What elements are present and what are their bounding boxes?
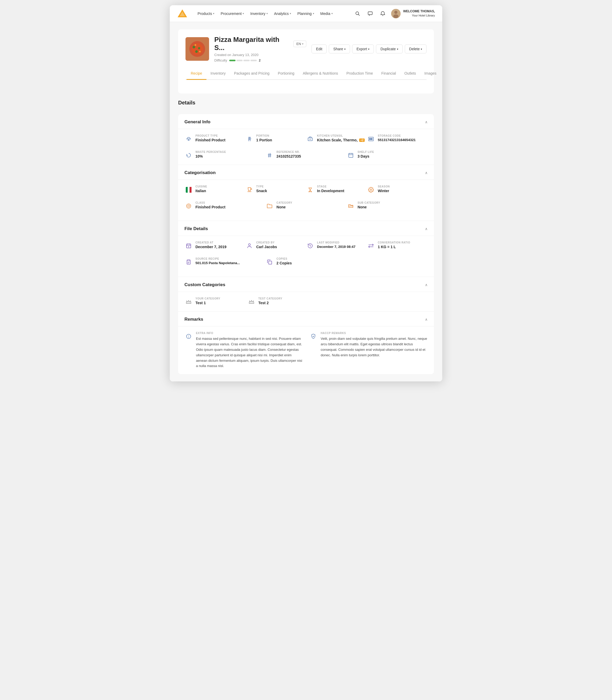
header-actions: Edit Share ▾ Export ▾ Duplicate ▾ Delet bbox=[311, 44, 427, 53]
share-button[interactable]: Share ▾ bbox=[329, 44, 350, 53]
edit-button[interactable]: Edit bbox=[311, 44, 327, 53]
svg-point-12 bbox=[198, 47, 200, 49]
tab-production[interactable]: Production Time bbox=[342, 68, 377, 80]
field-product-type: PRODUCT TYPE Finished Product bbox=[184, 134, 245, 143]
nav-analytics[interactable]: Analytics ▾ bbox=[272, 10, 294, 18]
created-by-value: Carl Jacobs bbox=[256, 245, 277, 249]
chat-icon-btn[interactable] bbox=[366, 10, 374, 18]
tab-recipe[interactable]: Recipe bbox=[186, 68, 206, 80]
difficulty-label: Difficulty bbox=[214, 58, 227, 62]
field-storage-code: STORAGE CODE 55131743213164654321 bbox=[367, 134, 428, 143]
field-portion: PORTION 1 Portion bbox=[245, 134, 306, 143]
tab-inventory[interactable]: Inventory bbox=[206, 68, 230, 80]
welcome-text: WELCOME THOMAS, bbox=[403, 9, 435, 14]
tab-outlets[interactable]: Outlets bbox=[400, 68, 420, 80]
haccp-label: HACCP REMARKS bbox=[321, 332, 428, 334]
hash-icon bbox=[265, 151, 274, 159]
remarks-grid: EXTRA INFO Est massa sed pellentesque nu… bbox=[178, 326, 434, 374]
nav-inventory[interactable]: Inventory ▾ bbox=[248, 10, 270, 18]
nav-media[interactable]: Media ▾ bbox=[318, 10, 335, 18]
cuisine-value: Italian bbox=[195, 189, 207, 193]
navbar: Products ▾ Procurement ▾ Inventory ▾ Ana… bbox=[170, 5, 442, 22]
field-conversion-ratio: CONVERSATION RATIO 1 KG = 1 L bbox=[367, 241, 428, 250]
stage-value: In Development bbox=[317, 189, 344, 193]
duplicate-button[interactable]: Duplicate ▾ bbox=[376, 44, 402, 53]
info-icon bbox=[184, 332, 193, 341]
svg-point-10 bbox=[192, 43, 203, 55]
details-title: Details bbox=[178, 100, 434, 111]
duplicate-label: Duplicate bbox=[380, 47, 395, 51]
reference-value: 241025127335 bbox=[276, 154, 301, 158]
svg-point-14 bbox=[195, 44, 196, 46]
custom-cat-2: TEST CATEGORY Test 2 bbox=[247, 297, 305, 306]
custom-categories-grid: YOUR CATEGORY Test 1 TEST CATEGORY Test … bbox=[178, 292, 434, 311]
svg-point-50 bbox=[187, 205, 190, 207]
delete-label: Delete bbox=[409, 47, 420, 51]
svg-rect-52 bbox=[186, 244, 191, 248]
dome-icon bbox=[184, 135, 193, 143]
nav-procurement[interactable]: Procurement ▾ bbox=[218, 10, 247, 18]
custom-cat-1-value: Test 1 bbox=[195, 301, 220, 305]
custom-cat-1: YOUR CATEGORY Test 1 bbox=[184, 297, 242, 306]
created-at-value: December 7, 2019 bbox=[195, 245, 226, 249]
general-info-title: General Info bbox=[184, 119, 210, 125]
lang-selector[interactable]: EN ▾ bbox=[293, 41, 306, 47]
user-section: WELCOME THOMAS, Your Hotel Library bbox=[391, 9, 435, 18]
svg-line-38 bbox=[269, 153, 269, 158]
clipboard-icon bbox=[184, 258, 193, 266]
field-created-by: CREATED BY Carl Jacobs bbox=[245, 241, 306, 250]
export-button[interactable]: Export ▾ bbox=[352, 44, 374, 53]
remarks-toggle[interactable]: ∧ bbox=[425, 317, 428, 322]
category-value: None bbox=[276, 205, 292, 209]
portion-value: 1 Portion bbox=[256, 138, 272, 142]
svg-point-11 bbox=[193, 46, 195, 48]
class-label: CLASS bbox=[195, 201, 225, 204]
nav-planning[interactable]: Planning ▾ bbox=[295, 10, 317, 18]
logo[interactable] bbox=[177, 9, 187, 19]
file-details-header: File Details ∧ bbox=[178, 221, 434, 236]
categorisation-toggle[interactable]: ∧ bbox=[425, 171, 428, 175]
nav-inventory-chevron: ▾ bbox=[266, 12, 268, 15]
tab-images[interactable]: Images bbox=[420, 68, 441, 80]
source-recipe-label: SOURCE RECIPE bbox=[195, 257, 240, 260]
remark-haccp: HACCP REMARKS Velit, proin diam sed vulp… bbox=[309, 332, 428, 369]
field-class: CLASS Finished Product bbox=[184, 201, 265, 210]
tab-packages[interactable]: Packages and Pricing bbox=[230, 68, 274, 80]
person-icon bbox=[245, 242, 254, 250]
custom-cat-2-value: Test 2 bbox=[258, 301, 282, 305]
general-info-toggle[interactable]: ∧ bbox=[425, 120, 428, 124]
search-icon-btn[interactable] bbox=[353, 10, 362, 18]
nav-products[interactable]: Products ▾ bbox=[195, 10, 217, 18]
difficulty-row: Difficulty 2 bbox=[214, 58, 306, 62]
svg-point-6 bbox=[394, 11, 398, 14]
subcategory-value: None bbox=[358, 205, 380, 209]
delete-chevron: ▾ bbox=[421, 48, 422, 51]
waste-pct-value: 10% bbox=[195, 154, 226, 158]
product-info: Pizza Margarita with S... EN ▾ Created o… bbox=[214, 35, 306, 62]
field-waste-pct: WASTE PERCENTAGE 10% bbox=[184, 151, 265, 159]
delete-button[interactable]: Delete ▾ bbox=[405, 44, 427, 53]
recycle-icon bbox=[184, 151, 193, 159]
scale-icon bbox=[306, 135, 315, 143]
categorisation-row2: CLASS Finished Product CATEGORY None bbox=[178, 199, 434, 215]
field-season: SEASON Winter bbox=[367, 185, 428, 194]
source-recipe-value: 501.015 Pasta Napoletana... bbox=[195, 261, 240, 265]
product-created: Created on January 13, 2020 bbox=[214, 53, 306, 57]
tab-financial[interactable]: Financial bbox=[377, 68, 400, 80]
file-details-section: File Details ∧ CREATED AT December 7, 20… bbox=[178, 221, 434, 277]
general-info-row2: WASTE PERCENTAGE 10% REFERENCE NR. 24102… bbox=[178, 148, 434, 165]
extra-info-text: Est massa sed pellentesque nunc, habitan… bbox=[196, 336, 303, 369]
subfolder-icon bbox=[347, 202, 355, 210]
cuisine-label: CUISINE bbox=[195, 185, 207, 188]
bell-icon-btn[interactable] bbox=[378, 10, 387, 18]
nav-inventory-label: Inventory bbox=[250, 12, 265, 16]
svg-point-58 bbox=[248, 244, 250, 245]
field-copies: COPIES 2 Copies bbox=[265, 257, 346, 266]
calendar-icon bbox=[347, 151, 355, 159]
tab-portioning[interactable]: Portioning bbox=[274, 68, 299, 80]
file-details-toggle[interactable]: ∧ bbox=[425, 227, 428, 231]
custom-categories-toggle[interactable]: ∧ bbox=[425, 283, 428, 287]
nav-procurement-label: Procurement bbox=[221, 12, 241, 16]
shelf-life-label: SHELF LIFE bbox=[358, 151, 374, 153]
tab-allergens[interactable]: Allergens & Nutritions bbox=[299, 68, 343, 80]
